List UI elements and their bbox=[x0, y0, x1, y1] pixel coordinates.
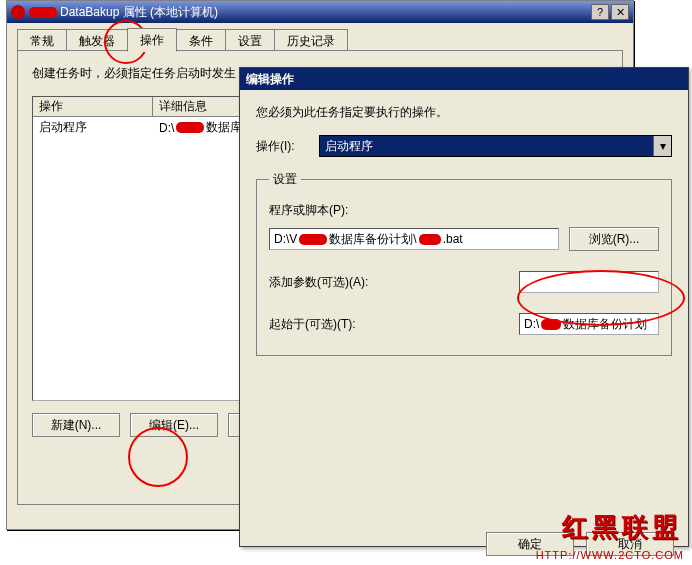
dialog-title: 编辑操作 bbox=[246, 71, 294, 88]
tab-triggers[interactable]: 触发器 bbox=[66, 29, 128, 52]
redaction bbox=[541, 319, 561, 330]
dialog-description-row: 您必须为此任务指定要执行的操作。 bbox=[256, 104, 672, 121]
redaction bbox=[29, 7, 57, 18]
help-button[interactable]: ? bbox=[591, 4, 609, 20]
dialog-titlebar[interactable]: 编辑操作 bbox=[240, 68, 688, 90]
edit-action-dialog: 编辑操作 您必须为此任务指定要执行的操作。 操作(I): 启动程序 ▾ 设置 程… bbox=[239, 67, 689, 547]
program-prefix: D:\V bbox=[274, 232, 297, 246]
detail-prefix: D:\ bbox=[159, 121, 174, 135]
args-input[interactable] bbox=[519, 271, 659, 293]
new-button[interactable]: 新建(N)... bbox=[32, 413, 120, 437]
startin-label: 起始于(可选)(T): bbox=[269, 316, 379, 333]
window-title: DataBakup 属性 (本地计算机) bbox=[60, 4, 589, 21]
program-input[interactable]: D:\V 数据库备份计划\ .bat bbox=[269, 228, 559, 250]
close-button[interactable]: ✕ bbox=[611, 4, 629, 20]
tab-actions[interactable]: 操作 bbox=[127, 28, 177, 52]
redaction bbox=[299, 234, 327, 245]
program-suffix: .bat bbox=[443, 232, 463, 246]
detail-suffix: 数据库 bbox=[206, 119, 242, 136]
settings-group: 设置 程序或脚本(P): D:\V 数据库备份计划\ .bat 浏览(R)...… bbox=[256, 171, 672, 356]
tab-settings[interactable]: 设置 bbox=[225, 29, 275, 52]
row-action: 启动程序 bbox=[33, 119, 153, 136]
startin-suffix: 数据库备份计划 bbox=[563, 316, 647, 333]
args-label: 添加参数(可选)(A): bbox=[269, 274, 379, 291]
program-mid: 数据库备份计划\ bbox=[329, 231, 416, 248]
action-label: 操作(I): bbox=[256, 138, 311, 155]
redaction bbox=[176, 122, 204, 133]
tab-history[interactable]: 历史记录 bbox=[274, 29, 348, 52]
program-label: 程序或脚本(P): bbox=[269, 202, 659, 219]
watermark-url: HTTP://WWW.2CTO.COM bbox=[536, 549, 684, 561]
dialog-description: 您必须为此任务指定要执行的操作。 bbox=[256, 104, 448, 121]
tab-conditions[interactable]: 条件 bbox=[176, 29, 226, 52]
tab-general[interactable]: 常规 bbox=[17, 29, 67, 52]
chevron-down-icon[interactable]: ▾ bbox=[653, 136, 671, 156]
tab-strip: 常规 触发器 操作 条件 设置 历史记录 bbox=[17, 29, 623, 51]
col-action[interactable]: 操作 bbox=[33, 97, 153, 116]
startin-input[interactable]: D:\ 数据库备份计划 bbox=[519, 313, 659, 335]
watermark-text: 红黑联盟 bbox=[562, 510, 682, 545]
titlebar[interactable]: DataBakup 属性 (本地计算机) ? ✕ bbox=[7, 1, 633, 23]
redaction bbox=[419, 234, 441, 245]
startin-prefix: D:\ bbox=[524, 317, 539, 331]
browse-button[interactable]: 浏览(R)... bbox=[569, 227, 659, 251]
settings-legend: 设置 bbox=[269, 171, 301, 188]
action-value: 启动程序 bbox=[325, 138, 373, 155]
dialog-body: 您必须为此任务指定要执行的操作。 操作(I): 启动程序 ▾ 设置 程序或脚本(… bbox=[240, 90, 688, 370]
action-select[interactable]: 启动程序 ▾ bbox=[319, 135, 672, 157]
app-icon bbox=[11, 5, 25, 19]
edit-button[interactable]: 编辑(E)... bbox=[130, 413, 218, 437]
action-row: 操作(I): 启动程序 ▾ bbox=[256, 135, 672, 157]
